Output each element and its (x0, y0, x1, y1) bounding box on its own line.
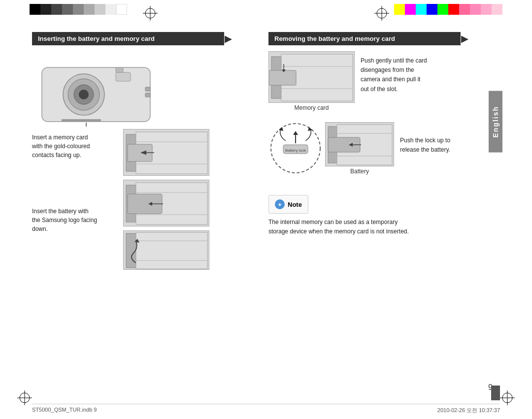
svg-rect-12 (116, 67, 123, 72)
cover-close-diagram (123, 230, 209, 270)
footer: ST5000_QSM_TUR.indb 9 2010-02-26 오전 10:3… (32, 404, 500, 414)
note-text: The internal memory can be used as a tem… (268, 218, 473, 236)
instruction-memory-card: Insert a memory card with the gold-colou… (32, 133, 118, 160)
instruction-battery: Insert the battery with the Samsung logo… (32, 207, 118, 233)
left-section: Inserting the battery and memory card (32, 32, 256, 270)
top-color-bar (0, 0, 532, 19)
svg-marker-51 (293, 131, 298, 135)
svg-rect-11 (116, 72, 131, 81)
crosshair-top-left (143, 6, 158, 21)
battery-removal-area: Battery lock (268, 121, 473, 175)
memory-card-label: Memory card (294, 104, 329, 111)
camera-illustration (32, 53, 160, 127)
left-section-title: Inserting the battery and memory card (38, 35, 155, 42)
note-container: + Note The internal memory can be used a… (268, 184, 473, 236)
battery-removal-diagram (325, 122, 394, 166)
note-icon: + (275, 199, 285, 209)
left-section-header: Inserting the battery and memory card (32, 32, 224, 45)
right-section-title: Removing the battery and memory card (274, 35, 395, 42)
battery-slot-diagram (123, 180, 209, 226)
left-diagrams (123, 129, 209, 270)
svg-rect-15 (62, 119, 101, 122)
battery-label: Battery (350, 168, 369, 175)
color-strip-left (30, 4, 127, 15)
memory-card-removal-diagram (268, 51, 355, 103)
memory-card-removal-area: Memory card Push gently until the card d… (268, 51, 473, 111)
crosshair-top-right (374, 6, 389, 21)
crosshair-bottom-right (500, 390, 515, 405)
battery-description: Push the lock up to release the battery. (400, 121, 450, 155)
english-tab: English (489, 91, 502, 153)
color-strip-right (394, 4, 502, 15)
footer-left: ST5000_QSM_TUR.indb 9 (32, 407, 97, 414)
svg-rect-44 (269, 70, 296, 85)
svg-rect-14 (145, 93, 150, 97)
main-content: Inserting the battery and memory card (32, 32, 500, 399)
crosshair-bottom-left (17, 390, 32, 405)
note-label: Note (288, 201, 302, 208)
right-section-header: Removing the battery and memory card (268, 32, 461, 45)
memory-card-slot-diagram (123, 129, 209, 176)
svg-rect-13 (145, 87, 150, 91)
svg-point-10 (79, 90, 89, 99)
right-section: Removing the battery and memory card (268, 32, 500, 236)
svg-text:Battery lock: Battery lock (285, 148, 306, 153)
battery-lock-circle: Battery lock (268, 121, 323, 175)
svg-rect-35 (136, 232, 207, 269)
footer-right: 2010-02-26 오전 10:37:37 (437, 407, 500, 414)
left-instructions: Insert a memory card with the gold-colou… (32, 129, 118, 270)
note-header: + Note (268, 195, 308, 214)
memory-card-description: Push gently until the card disengages fr… (361, 51, 427, 94)
page-bar (491, 386, 500, 400)
svg-rect-34 (126, 233, 136, 268)
